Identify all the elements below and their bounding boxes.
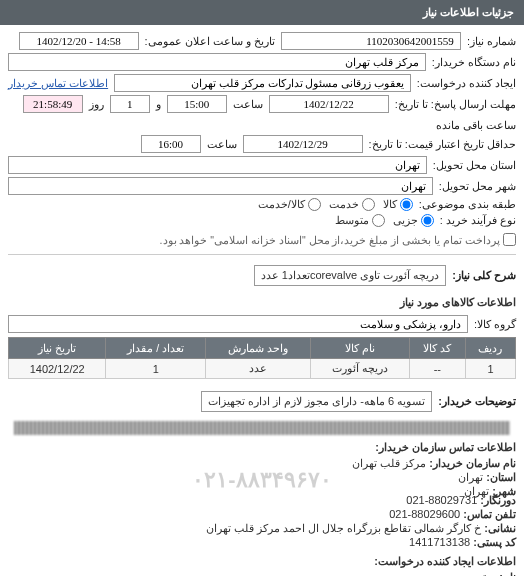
remain-time-input[interactable] (23, 95, 83, 113)
th-qty: تعداد / مقدار (106, 338, 206, 359)
th-name: نام کالا (310, 338, 409, 359)
purchase-note-text: پرداخت تمام یا بخشی از مبلغ خرید،از محل … (160, 234, 500, 246)
hour-label-1: ساعت (233, 98, 263, 111)
radio-partial-input[interactable] (421, 214, 434, 227)
radio-kala-input[interactable] (400, 198, 413, 211)
cell-unit: عدد (206, 359, 311, 379)
org-postal-line: کد پستی: 1411713138 (8, 536, 516, 549)
radio-medium[interactable]: متوسط (335, 214, 385, 227)
validity-label: حداقل تاریخ اعتبار قیمت: تا تاریخ: (369, 138, 516, 151)
th-unit: واحد شمارش (206, 338, 311, 359)
radio-kala[interactable]: کالا (383, 198, 413, 211)
th-date: تاریخ نیاز (9, 338, 106, 359)
org-fax-line: دورنگار: 88029731-021 (8, 494, 516, 507)
validity-time-input[interactable] (141, 135, 201, 153)
org-address-line: نشانی: خ کارگر شمالی تقاطع بزرگراه جلال … (8, 522, 516, 535)
requester-input[interactable] (114, 74, 411, 92)
requester-label: ایجاد کننده درخواست: (417, 77, 516, 90)
deadline-date-input[interactable] (269, 95, 389, 113)
announce-input[interactable] (19, 32, 139, 50)
remain-hour-label: ساعت باقی مانده (436, 119, 516, 132)
subject-class-label: طبقه بندی موضوعی: (419, 198, 516, 211)
panel-title: جزئیات اطلاعات نیاز (423, 6, 514, 18)
org-phone-line: تلفن تماس: 88029600-021 (8, 508, 516, 521)
radio-both-input[interactable] (308, 198, 321, 211)
validity-date-input[interactable] (243, 135, 363, 153)
radio-khedmat[interactable]: خدمت (329, 198, 375, 211)
radio-medium-input[interactable] (372, 214, 385, 227)
purchase-type-label: نوع فرآیند خرید : (440, 214, 516, 227)
goods-table: ردیف کد کالا نام کالا واحد شمارش تعداد /… (8, 337, 516, 379)
cell-name: دریچه آئورت (310, 359, 409, 379)
radio-khedmat-input[interactable] (362, 198, 375, 211)
subject-radio-group: کالا خدمت کالا/خدمت (258, 198, 413, 211)
buyer-notes-value: تسویه 6 ماهه- دارای مجوز لازم از اداره ت… (201, 391, 432, 412)
requester-contact-title: اطلاعات ایجاد کننده درخواست: (8, 555, 516, 568)
hour-label-2: ساعت (207, 138, 237, 151)
state-label: استان محل تحویل: (433, 159, 516, 172)
cell-qty: 1 (106, 359, 206, 379)
purchase-note-checkbox[interactable] (503, 233, 516, 246)
remain-days-input[interactable] (110, 95, 150, 113)
goods-info-title: اطلاعات کالاهای مورد نیاز (8, 296, 516, 309)
deadline-label: مهلت ارسال پاسخ: تا تاریخ: (395, 98, 516, 111)
cell-date: 1402/12/22 (9, 359, 106, 379)
day-label: روز (89, 98, 104, 111)
and-label: و (156, 98, 161, 111)
th-idx: ردیف (465, 338, 515, 359)
buyer-org-label: نام دستگاه خریدار: (432, 56, 516, 69)
goods-group-input[interactable] (8, 315, 468, 333)
req-name-line: نام: یعقوب (8, 571, 516, 576)
org-province-line: استان: تهران (8, 471, 516, 484)
table-header-row: ردیف کد کالا نام کالا واحد شمارش تعداد /… (9, 338, 516, 359)
need-desc-label: شرح کلی نیاز: (452, 269, 516, 282)
radio-both[interactable]: کالا/خدمت (258, 198, 321, 211)
need-desc-value: دریچه آئورت تاوی corevalveتعداد1 عدد (254, 265, 446, 286)
contact-link[interactable]: اطلاعات تماس خریدار (8, 77, 108, 90)
state-input[interactable] (8, 156, 427, 174)
need-no-label: شماره نیاز: (467, 35, 516, 48)
redacted-bar (14, 421, 510, 435)
buyer-notes-label: توضیحات خریدار: (438, 395, 516, 408)
purchase-radio-group: جزیی متوسط (335, 214, 434, 227)
purchase-note-check[interactable]: پرداخت تمام یا بخشی از مبلغ خرید،از محل … (160, 233, 516, 246)
org-name-line: نام سازمان خریدار: مرکز قلب تهران (8, 457, 516, 470)
city-input[interactable] (8, 177, 433, 195)
panel-header: جزئیات اطلاعات نیاز (0, 0, 524, 25)
buyer-org-input[interactable] (8, 53, 426, 71)
announce-label: تاریخ و ساعت اعلان عمومی: (145, 35, 275, 48)
table-row[interactable]: 1 -- دریچه آئورت عدد 1 1402/12/22 (9, 359, 516, 379)
radio-partial[interactable]: جزیی (393, 214, 434, 227)
main-form: شماره نیاز: تاریخ و ساعت اعلان عمومی: نا… (0, 25, 524, 576)
goods-group-label: گروه کالا: (474, 318, 516, 331)
th-code: کد کالا (409, 338, 465, 359)
contact-org-title: اطلاعات تماس سازمان خریدار: (8, 441, 516, 454)
divider-1 (8, 254, 516, 255)
cell-code: -- (409, 359, 465, 379)
need-no-input[interactable] (281, 32, 461, 50)
city-label: شهر محل تحویل: (439, 180, 516, 193)
cell-idx: 1 (465, 359, 515, 379)
deadline-time-input[interactable] (167, 95, 227, 113)
